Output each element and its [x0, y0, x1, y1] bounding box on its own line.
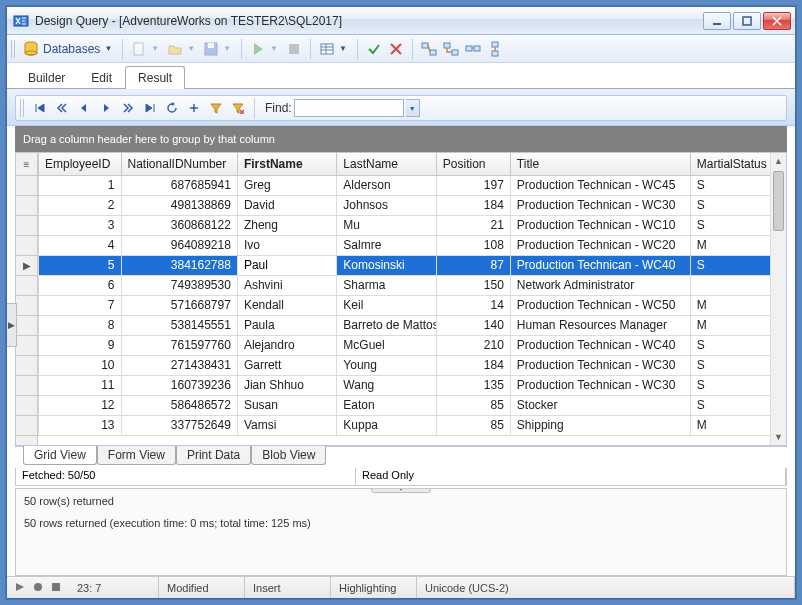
stop-icon[interactable] [284, 39, 304, 59]
grid-vertical-scrollbar[interactable]: ▲ ▼ [770, 153, 786, 445]
commit-icon[interactable] [364, 39, 384, 59]
cell-firstname[interactable]: Alejandro [237, 335, 336, 355]
databases-dropdown[interactable]: Databases [43, 42, 100, 56]
cell-employeeid[interactable]: 5 [39, 255, 122, 275]
table-row[interactable]: 6749389530AshviniSharma150Network Admini… [39, 275, 786, 295]
last-record-button[interactable] [140, 98, 160, 118]
link-icon-2[interactable] [441, 39, 461, 59]
row-indicator[interactable] [16, 316, 37, 336]
open-dropdown-icon[interactable]: ▼ [187, 44, 195, 53]
col-title[interactable]: Title [510, 153, 690, 175]
table-row[interactable]: 5384162788PaulKomosinski87Production Tec… [39, 255, 786, 275]
btab-blob-view[interactable]: Blob View [251, 446, 326, 465]
btab-print-data[interactable]: Print Data [176, 446, 251, 465]
cell-lastname[interactable]: Alderson [337, 175, 436, 195]
scroll-down-icon[interactable]: ▼ [771, 429, 786, 445]
run-icon[interactable] [248, 39, 268, 59]
record-status-icon[interactable] [33, 582, 43, 594]
maximize-button[interactable] [733, 12, 761, 30]
cell-nationalidnumber[interactable]: 271438431 [121, 355, 237, 375]
run-dropdown-icon[interactable]: ▼ [270, 44, 278, 53]
row-indicator[interactable] [16, 216, 37, 236]
col-position[interactable]: Position [436, 153, 510, 175]
cell-firstname[interactable]: Ivo [237, 235, 336, 255]
cell-nationalidnumber[interactable]: 498138869 [121, 195, 237, 215]
cell-lastname[interactable]: Young [337, 355, 436, 375]
cell-lastname[interactable]: Komosinski [337, 255, 436, 275]
col-employeeid[interactable]: EmployeeID [39, 153, 122, 175]
group-by-band[interactable]: Drag a column header here to group by th… [15, 126, 787, 152]
cell-firstname[interactable]: David [237, 195, 336, 215]
cell-lastname[interactable]: Wang [337, 375, 436, 395]
col-nationalidnumber[interactable]: NationalIDNumber [121, 153, 237, 175]
row-indicator[interactable] [16, 196, 37, 216]
cell-employeeid[interactable]: 4 [39, 235, 122, 255]
table-row[interactable]: 13337752649VamsiKuppa85ShippingM [39, 415, 786, 435]
cell-title[interactable]: Production Technican - WC30 [510, 195, 690, 215]
cell-nationalidnumber[interactable]: 360868122 [121, 215, 237, 235]
tab-builder[interactable]: Builder [15, 66, 78, 89]
refresh-button[interactable] [162, 98, 182, 118]
table-row[interactable]: 11160739236Jian ShhuoWang135Production T… [39, 375, 786, 395]
cell-position[interactable]: 140 [436, 315, 510, 335]
cell-title[interactable]: Production Technican - WC40 [510, 255, 690, 275]
cell-lastname[interactable]: Mu [337, 215, 436, 235]
cell-lastname[interactable]: Kuppa [337, 415, 436, 435]
filter-button[interactable] [206, 98, 226, 118]
cell-firstname[interactable]: Garrett [237, 355, 336, 375]
cell-nationalidnumber[interactable]: 761597760 [121, 335, 237, 355]
cell-firstname[interactable]: Susan [237, 395, 336, 415]
row-indicator[interactable] [16, 336, 37, 356]
cell-lastname[interactable]: Sharma [337, 275, 436, 295]
cell-lastname[interactable]: Salmre [337, 235, 436, 255]
scroll-up-icon[interactable]: ▲ [771, 153, 786, 169]
cell-firstname[interactable]: Kendall [237, 295, 336, 315]
link-icon-1[interactable] [419, 39, 439, 59]
table-view-icon[interactable] [317, 39, 337, 59]
play-status-icon[interactable] [15, 582, 25, 594]
btab-grid-view[interactable]: Grid View [23, 446, 97, 465]
cell-employeeid[interactable]: 8 [39, 315, 122, 335]
next-record-button[interactable] [96, 98, 116, 118]
table-row[interactable]: 12586486572SusanEaton85StockerS [39, 395, 786, 415]
cell-position[interactable]: 87 [436, 255, 510, 275]
cell-firstname[interactable]: Greg [237, 175, 336, 195]
cell-title[interactable]: Shipping [510, 415, 690, 435]
cell-title[interactable]: Production Technican - WC45 [510, 175, 690, 195]
save-icon[interactable] [201, 39, 221, 59]
cell-nationalidnumber[interactable]: 160739236 [121, 375, 237, 395]
table-row[interactable]: 1687685941GregAlderson197Production Tech… [39, 175, 786, 195]
row-indicator[interactable]: ▶ [16, 256, 37, 276]
cell-position[interactable]: 135 [436, 375, 510, 395]
cell-employeeid[interactable]: 9 [39, 335, 122, 355]
col-firstname[interactable]: FirstName [237, 153, 336, 175]
row-indicator[interactable] [16, 236, 37, 256]
btab-form-view[interactable]: Form View [97, 446, 176, 465]
row-indicator[interactable] [16, 296, 37, 316]
table-row[interactable]: 3360868122ZhengMu21Production Technican … [39, 215, 786, 235]
table-row[interactable]: 9761597760AlejandroMcGuel210Production T… [39, 335, 786, 355]
table-row[interactable]: 8538145551PaulaBarreto de Mattos140Human… [39, 315, 786, 335]
cell-nationalidnumber[interactable]: 538145551 [121, 315, 237, 335]
cell-firstname[interactable]: Vamsi [237, 415, 336, 435]
new-icon[interactable] [129, 39, 149, 59]
cell-employeeid[interactable]: 3 [39, 215, 122, 235]
cell-nationalidnumber[interactable]: 384162788 [121, 255, 237, 275]
cell-firstname[interactable]: Jian Shhuo [237, 375, 336, 395]
cell-nationalidnumber[interactable]: 687685941 [121, 175, 237, 195]
link-icon-3[interactable] [463, 39, 483, 59]
cell-employeeid[interactable]: 2 [39, 195, 122, 215]
close-button[interactable] [763, 12, 791, 30]
cell-nationalidnumber[interactable]: 749389530 [121, 275, 237, 295]
cell-employeeid[interactable]: 11 [39, 375, 122, 395]
cell-title[interactable]: Human Resources Manager [510, 315, 690, 335]
row-indicator[interactable] [16, 416, 37, 436]
cell-lastname[interactable]: Johnsos [337, 195, 436, 215]
cell-position[interactable]: 184 [436, 355, 510, 375]
cell-firstname[interactable]: Paul [237, 255, 336, 275]
cell-employeeid[interactable]: 1 [39, 175, 122, 195]
filter-clear-button[interactable] [228, 98, 248, 118]
row-indicator[interactable] [16, 376, 37, 396]
table-row[interactable]: 7571668797KendallKeil14Production Techni… [39, 295, 786, 315]
minimize-button[interactable] [703, 12, 731, 30]
